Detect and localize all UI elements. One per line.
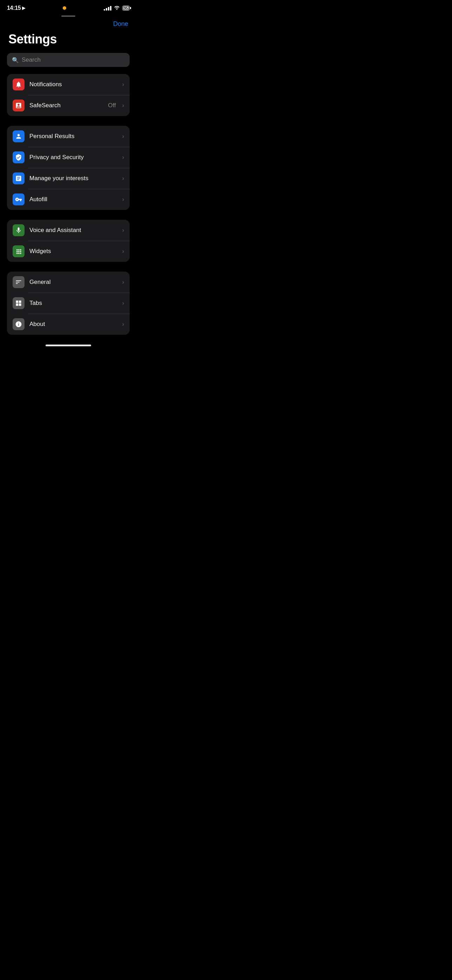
page-title: Settings xyxy=(0,29,137,53)
status-bar: 14:15 ▶ 95 xyxy=(0,0,137,13)
general-row[interactable]: General › xyxy=(7,272,130,293)
status-dot xyxy=(63,6,66,10)
tabs-icon xyxy=(13,297,24,309)
safesearch-chevron: › xyxy=(122,102,124,109)
widgets-label: Widgets xyxy=(29,248,118,255)
autofill-label: Autofill xyxy=(29,196,118,203)
privacy-security-chevron: › xyxy=(122,154,124,161)
status-time: 14:15 xyxy=(7,5,21,11)
about-icon xyxy=(13,318,24,330)
signal-bars xyxy=(104,6,111,11)
notifications-chevron: › xyxy=(122,81,124,88)
voice-assistant-icon xyxy=(13,224,24,236)
manage-interests-chevron: › xyxy=(122,175,124,181)
safesearch-icon xyxy=(13,100,24,111)
personal-results-chevron: › xyxy=(122,133,124,140)
search-container: 🔍 Search xyxy=(0,53,137,74)
about-chevron: › xyxy=(122,321,124,328)
notifications-icon xyxy=(13,78,24,91)
personal-results-icon xyxy=(13,130,24,142)
voice-assistant-row[interactable]: Voice and Assistant › xyxy=(7,220,130,241)
status-right: 95 xyxy=(104,5,130,11)
autofill-icon xyxy=(13,194,24,205)
privacy-security-label: Privacy and Security xyxy=(29,154,118,161)
autofill-row[interactable]: Autofill › xyxy=(7,189,130,210)
voice-assistant-chevron: › xyxy=(122,227,124,234)
signal-bar-3 xyxy=(108,7,109,11)
battery-level: 95 xyxy=(123,6,129,10)
search-icon: 🔍 xyxy=(12,57,19,64)
safesearch-value: Off xyxy=(108,102,116,109)
widgets-chevron: › xyxy=(122,248,124,255)
widgets-icon xyxy=(13,245,24,257)
battery-indicator: 95 xyxy=(122,6,130,11)
notifications-label: Notifications xyxy=(29,81,118,88)
notifications-section: Notifications › SafeSearch Off › xyxy=(7,74,130,116)
personal-results-row[interactable]: Personal Results › xyxy=(7,126,130,147)
done-button[interactable]: Done xyxy=(113,20,128,28)
manage-interests-label: Manage your interests xyxy=(29,175,118,182)
notifications-row[interactable]: Notifications › xyxy=(7,74,130,95)
search-placeholder: Search xyxy=(22,56,41,64)
signal-bar-1 xyxy=(104,9,105,11)
manage-interests-icon xyxy=(13,172,24,185)
widgets-row[interactable]: Widgets › xyxy=(7,241,130,262)
tabs-chevron: › xyxy=(122,300,124,306)
manage-interests-row[interactable]: Manage your interests › xyxy=(7,168,130,189)
signal-bar-2 xyxy=(106,8,107,11)
about-row[interactable]: About › xyxy=(7,314,130,335)
general-section: General › Tabs › About › xyxy=(7,272,130,335)
location-arrow-icon: ▶ xyxy=(22,6,25,11)
search-bar[interactable]: 🔍 Search xyxy=(7,53,130,67)
general-icon xyxy=(13,276,24,288)
general-chevron: › xyxy=(122,279,124,285)
privacy-security-row[interactable]: Privacy and Security › xyxy=(7,147,130,168)
personal-results-label: Personal Results xyxy=(29,133,118,140)
safesearch-row[interactable]: SafeSearch Off › xyxy=(7,95,130,116)
wifi-icon xyxy=(114,5,120,11)
tabs-row[interactable]: Tabs › xyxy=(7,293,130,314)
header-bar: Done xyxy=(0,17,137,29)
safesearch-label: SafeSearch xyxy=(29,102,103,109)
voice-assistant-label: Voice and Assistant xyxy=(29,227,118,234)
privacy-security-icon xyxy=(13,151,24,163)
about-label: About xyxy=(29,321,118,328)
status-left: 14:15 ▶ xyxy=(7,5,25,11)
general-label: General xyxy=(29,278,118,286)
autofill-chevron: › xyxy=(122,196,124,203)
home-indicator xyxy=(46,345,91,346)
voice-section: Voice and Assistant › Widgets › xyxy=(7,220,130,262)
tabs-label: Tabs xyxy=(29,300,118,307)
personal-section: Personal Results › Privacy and Security … xyxy=(7,126,130,210)
signal-bar-4 xyxy=(110,6,111,11)
